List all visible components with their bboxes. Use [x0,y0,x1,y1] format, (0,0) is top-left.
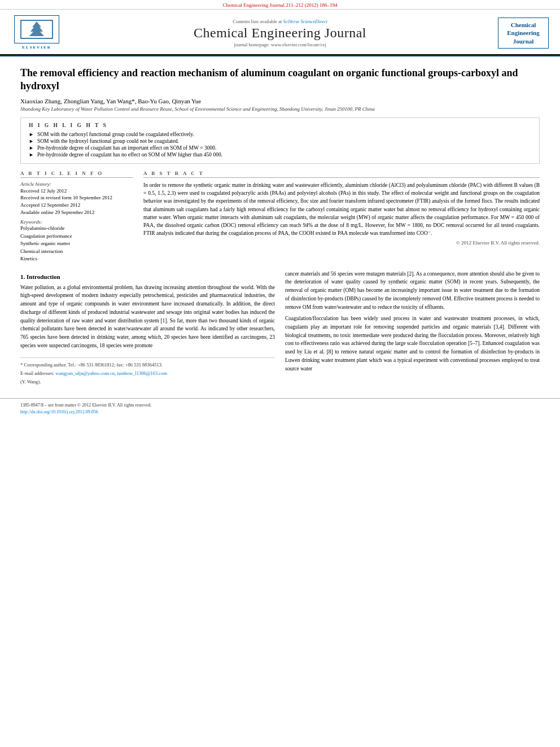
highlight-text-1: SOM with the carboxyl functional group c… [37,132,194,137]
highlight-item-3: ► Pre-hydroxide degree of coagulant has … [29,145,531,151]
article-history: Article history: Received 12 July 2012 R… [20,181,133,216]
highlight-item-2: ► SOM with the hydroxyl functional group… [29,138,531,144]
abstract-label: A B S T R A C T [143,171,540,178]
copyright-line: © 2012 Elsevier B.V. All rights reserved… [143,240,540,246]
keywords-block: Keywords: Polyalumino-chloride Coagulati… [20,219,133,263]
journal-header-center: Contents lists available at SciVerse Sci… [62,19,498,47]
abstract-col: A B S T R A C T In order to remove the s… [143,171,540,263]
body-section: 1. Introduction Water pollution, as a gl… [20,270,540,387]
article-info-label: A R T I C L E I N F O [20,171,133,178]
svg-marker-1 [29,21,44,36]
elsevier-label: ELSEVIER [22,43,51,51]
highlight-arrow-2: ► [29,138,34,144]
available-date: Available online 29 September 2012 [20,209,133,216]
abstract-text: In order to remove the synthetic organic… [143,181,540,238]
intro-para3: Coagulation/flocculation has been widely… [285,314,540,373]
article-title: The removal efficiency and reaction mech… [20,67,540,93]
footnote-area: * Corresponding author. Tel.: +86 531 88… [20,357,275,385]
highlights-title: H I G H L I G H T S [29,123,531,128]
bottom-bar: 1385-8947/$ – see front matter © 2012 El… [0,398,560,418]
sciverse-link[interactable]: SciVerse ScienceDirect [283,19,327,24]
received-revised-date: Received in revised form 10 September 20… [20,194,133,202]
accepted-date: Accepted 12 September 2012 [20,202,133,209]
elsevier-logo-box [14,15,59,43]
journal-box-line3: Journal [513,38,534,45]
highlights-section: H I G H L I G H T S ► SOM with the carbo… [20,117,540,164]
bottom-info: 1385-8947/$ – see front matter © 2012 El… [20,402,152,416]
info-abstract-section: A R T I C L E I N F O Article history: R… [20,171,540,263]
keywords-label: Keywords: [20,219,133,225]
publisher-logo: ELSEVIER [11,15,62,51]
highlight-item-1: ► SOM with the carboxyl functional group… [29,132,531,137]
highlight-text-2: SOM with the hydroxyl functional group c… [37,138,179,144]
history-label: Article history: [20,181,133,187]
highlights-list: ► SOM with the carboxyl functional group… [29,132,531,158]
highlight-item-4: ► Pre-hydroxide degree of coagulant has … [29,152,531,158]
affiliation-line: Shandong Key Laboratory of Water Polluti… [20,106,540,112]
journal-box: Chemical Engineering Journal [498,18,549,49]
intro-para2: cancer materials and 56 species were mut… [285,270,540,312]
highlight-arrow-4: ► [29,152,34,158]
article-info-col: A R T I C L E I N F O Article history: R… [20,171,133,263]
received-date: Received 12 July 2012 [20,187,133,195]
keyword-3: Synthetic organic matter [20,240,133,248]
keywords-list: Polyalumino-chloride Coagulation perform… [20,225,133,263]
highlight-text-3: Pre-hydroxide degree of coagulant has an… [37,145,216,151]
issn-line: 1385-8947/$ – see front matter © 2012 El… [20,402,152,409]
sciverse-line: Contents lists available at SciVerse Sci… [71,19,489,24]
journal-header: ELSEVIER Contents lists available at Sci… [0,10,560,55]
keyword-4: Chemical interaction [20,248,133,256]
body-right-col: cancer materials and 56 species were mut… [285,270,540,387]
email-link-1[interactable]: wangyan_sdjn@yahoo.com.cn [55,370,115,376]
main-content: The removal efficiency and reaction mech… [0,59,560,392]
journal-box-line2: Engineering [507,29,539,36]
doi-link[interactable]: http://dx.doi.org/10.1016/j.cej.2012.09.… [20,409,98,414]
journal-title: Chemical Engineering Journal [71,25,489,41]
highlight-arrow-1: ► [29,132,34,137]
email-label: E-mail addresses: [20,370,54,376]
journal-box-line1: Chemical [511,21,536,28]
email-footnote: E-mail addresses: wangyan_sdjn@yahoo.com… [20,370,275,377]
intro-para1: Water pollution, as a global environment… [20,283,275,350]
highlight-arrow-3: ► [29,145,34,151]
body-left-col: 1. Introduction Water pollution, as a gl… [20,270,275,387]
journal-citation: Chemical Engineering Journal 211–212 (20… [0,0,560,10]
corresponding-footnote: * Corresponding author. Tel.: +86 531 88… [20,361,275,369]
intro-heading: 1. Introduction [20,273,275,280]
highlight-text-4: Pre-hydroxide degree of coagulant has no… [37,152,222,158]
keyword-1: Polyalumino-chloride [20,225,133,233]
citation-text: Chemical Engineering Journal 211–212 (20… [223,2,338,8]
email-link-2[interactable]: rainbow_l1306@163.com [117,370,167,376]
journal-name-box: Chemical Engineering Journal [498,18,549,49]
keyword-2: Coagulation performance [20,233,133,241]
authors-line: Xiaoxiao Zhang, Zhonglian Yang, Yan Wang… [20,98,540,104]
keyword-5: Kinetics [20,255,133,263]
homepage-line: journal homepage: www.elsevier.com/locat… [71,42,489,47]
author-name-footnote: (Y. Wang). [20,378,275,386]
